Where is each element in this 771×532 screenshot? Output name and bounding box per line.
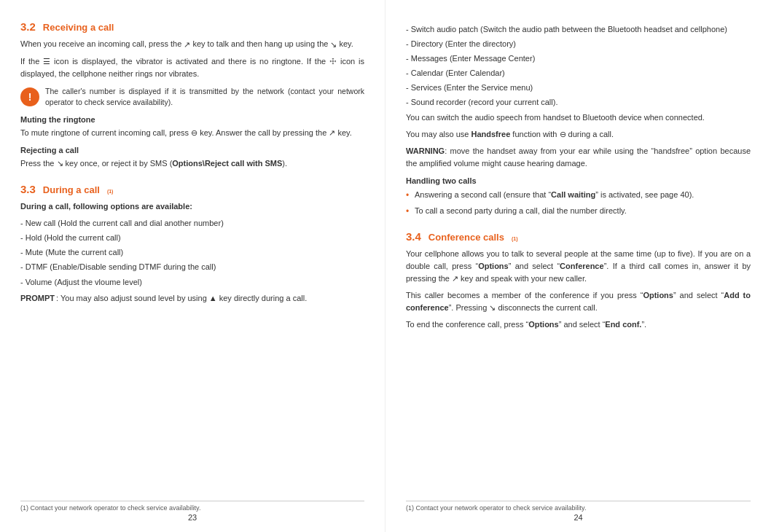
call-waiting-bold: Call waiting [551,190,595,199]
silent-icon: ☩ [329,57,337,66]
section-3-4-num: 3.4 [406,230,421,243]
options-bold-1: Options [478,262,509,270]
rejecting-heading: Rejecting a call [20,146,364,154]
section-3-3-title: During a call [43,184,100,195]
handling-heading: Handling two calls [406,176,751,185]
prompt-label: PROMPT [20,294,56,302]
answer-key-icon-2: ↗ [452,274,458,283]
page-number-left: 23 [188,513,197,522]
handling-bullets-list: Answering a second call (ensure that “Ca… [406,189,751,216]
vibrate-icon: ☰ [43,57,50,66]
opt-services: - Services (Enter the Service menu) [406,82,751,94]
handling-bullet-1: Answering a second call (ensure that “Ca… [406,189,751,201]
prompt-text: PROMPT: You may also adjust sound level … [20,292,364,305]
handling-bullet-2: To call a second party during a call, di… [406,205,751,217]
footnote-left-text: (1) Contact your network operator to che… [20,504,200,512]
section-3-4-heading: 3.4 Conference calls(1) [406,230,751,243]
section-3-3-sup: (1) [107,189,114,194]
note-text: The caller's number is displayed if it i… [45,86,364,109]
option-dtmf: - DTMF (Enable/Disable sending DTMF duri… [20,261,364,273]
opt-calendar: - Calendar (Enter Calendar) [406,67,751,79]
footnote-right-text: (1) Contact your network operator to che… [406,504,586,512]
opt-switch-audio: - Switch audio patch (Switch the audio p… [406,23,751,36]
footnote-right: (1) Contact your network operator to che… [406,501,751,512]
receiving-para-1: When you receive an incoming call, press… [20,38,364,51]
rejecting-body: Press the ↘ key once, or reject it by SM… [20,157,364,170]
conference-bold: Conference [560,262,604,270]
muting-heading: Muting the ringtone [20,115,364,124]
section-3-2-num: 3.2 [20,20,36,33]
warning-text: WARNING: move the handset away from your… [406,145,751,170]
add-to-conference-bold: Add to conference [406,291,751,312]
section-3-3-num: 3.3 [20,183,36,195]
note-icon: ! [20,87,39,106]
reject-key-icon: ↘ [57,159,63,168]
conference-para-2: This caller becomes a member of the conf… [406,289,751,314]
during-bold: During a call, following options are ava… [20,200,364,213]
opt-directory: - Directory (Enter the directory) [406,38,751,50]
during-options-list: - New call (Hold the current call and di… [20,217,364,288]
page-number-right: 24 [574,513,582,522]
prompt-block: PROMPT: You may also adjust sound level … [20,292,364,305]
prompt-body: : You may also adjust sound level by usi… [56,294,307,302]
section-3-3-heading: 3.3 During a call(1) [20,183,364,195]
audio-switch-text: You can switch the audio speech from han… [406,112,751,124]
handsfree-text: You may also use Handsfree function with… [406,128,751,141]
footnote-left: (1) Contact your network operator to che… [20,501,364,512]
option-new-call: - New call (Hold the current call and di… [20,217,364,230]
answer-key-icon: ↗ [329,128,335,137]
section-3-2-title: Receiving a call [43,22,114,33]
reject-sms-bold: Options\Reject call with SMS [172,159,282,168]
section-3-4-title: Conference calls [428,232,504,243]
receiving-para-2: If the ☰ icon is displayed, the vibrator… [20,55,364,80]
options-bold-3: Options [528,320,559,329]
option-hold: - Hold (Hold the current call) [20,232,364,244]
right-options-list: - Switch audio patch (Switch the audio p… [406,23,751,109]
note-box: ! The caller's number is displayed if it… [20,86,364,109]
mute-key-icon: ⊖ [191,128,197,137]
opt-messages: - Messages (Enter Message Center) [406,52,751,65]
conference-para-1: Your cellphone allows you to talk to sev… [406,248,751,285]
conference-para-3: To end the conference call, press “Optio… [406,318,751,331]
end-conf-bold: End conf. [605,320,641,329]
talk-icon: ↗︎ [184,39,190,51]
page-23: 3.2 Receiving a call When you receive an… [0,0,386,532]
section-3-2-heading: 3.2 Receiving a call [20,20,364,33]
hang-icon: ↘︎ [330,39,337,51]
muting-body: To mute ringtone of current incoming cal… [20,127,364,139]
option-volume: - Volume (Adjust the vloume level) [20,276,364,289]
page-24: - Switch audio patch (Switch the audio p… [386,0,771,532]
warning-label: WARNING [406,146,445,155]
option-mute: - Mute (Mute the current call) [20,246,364,259]
handsfree-icon: ⊖ [560,130,566,138]
hang-icon-2: ↘ [489,303,496,312]
handsfree-bold: Handsfree [471,130,510,138]
section-3-4-sup: (1) [512,236,518,241]
opt-sound-recorder: - Sound recorder (record your current ca… [406,96,751,109]
options-bold-2: Options [643,291,673,300]
